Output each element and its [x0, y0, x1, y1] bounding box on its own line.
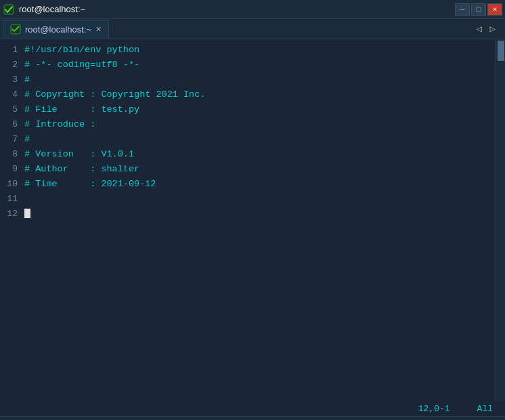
code-line: 6# Introduce :	[0, 118, 496, 133]
line-number: 8	[0, 148, 24, 161]
terminal-wrapper: 1#!/usr/bin/env python2# -*- coding=utf8…	[0, 39, 505, 401]
line-number: 10	[0, 177, 24, 191]
tab-label: root@localhost:~	[25, 24, 91, 35]
code-line: 10# Time : 2021-09-12	[0, 177, 496, 192]
title-bar: root@localhost:~ ─ □ ✕	[0, 0, 505, 19]
terminal-icon	[3, 3, 15, 16]
line-number: 4	[0, 88, 24, 102]
window-controls: ─ □ ✕	[455, 3, 502, 16]
code-line: 8# Version : V1.0.1	[0, 148, 496, 163]
code-line: 1#!/usr/bin/env python	[0, 43, 496, 58]
status-bar: 就绪 ssh2: AES-256-CTR 12，5 28 行，63 列 Xter…	[0, 416, 505, 420]
line-content: #	[24, 73, 30, 87]
tab-navigation: ◁ ▷	[473, 22, 502, 36]
code-area: 1#!/usr/bin/env python2# -*- coding=utf8…	[0, 42, 496, 224]
line-number: 2	[0, 58, 24, 72]
window-title: root@localhost:~	[19, 4, 85, 14]
code-line: 9# Author : shalter	[0, 163, 496, 177]
title-bar-left: root@localhost:~	[3, 3, 85, 16]
cursor-position: 12,0-1	[418, 404, 450, 414]
code-line: 7#	[0, 133, 496, 148]
tab-bar: root@localhost:~ ✕ ◁ ▷	[0, 19, 505, 39]
line-number: 5	[0, 103, 24, 117]
line-number: 7	[0, 133, 24, 146]
line-content: # Time : 2021-09-12	[24, 177, 156, 192]
line-number: 9	[0, 163, 24, 176]
cursor-block	[24, 209, 30, 218]
line-number: 6	[0, 118, 24, 131]
line-content: # -*- coding=utf8 -*-	[24, 58, 139, 72]
code-line: 12	[0, 207, 496, 222]
line-number: 12	[0, 207, 24, 221]
tab-terminal-icon	[10, 24, 21, 35]
line-number: 1	[0, 43, 24, 57]
code-line: 5# File : test.py	[0, 103, 496, 118]
position-indicator: 12,0-1 All	[0, 401, 505, 416]
tab-close-button[interactable]: ✕	[95, 25, 102, 34]
code-line: 4# Copyright : Copyright 2021 Inc.	[0, 88, 496, 103]
scrollbar-thumb[interactable]	[498, 41, 504, 61]
line-content: # Copyright : Copyright 2021 Inc.	[24, 88, 205, 102]
line-content: #!/usr/bin/env python	[24, 43, 139, 58]
terminal-tab[interactable]: root@localhost:~ ✕	[3, 20, 109, 38]
scrollbar[interactable]	[496, 39, 505, 401]
tab-nav-prev[interactable]: ◁	[473, 22, 484, 36]
code-line: 11	[0, 192, 496, 207]
tab-bar-left: root@localhost:~ ✕	[3, 20, 109, 38]
code-line: 3#	[0, 73, 496, 88]
tab-nav-next[interactable]: ▷	[487, 22, 498, 36]
line-content: # Version : V1.0.1	[24, 148, 134, 162]
close-button[interactable]: ✕	[487, 3, 502, 16]
line-content	[24, 207, 30, 222]
line-content: # File : test.py	[24, 103, 139, 117]
line-content: #	[24, 133, 30, 147]
code-line: 2# -*- coding=utf8 -*-	[0, 58, 496, 73]
position-all: All	[477, 404, 493, 414]
maximize-button[interactable]: □	[471, 3, 486, 16]
terminal-content[interactable]: 1#!/usr/bin/env python2# -*- coding=utf8…	[0, 39, 496, 401]
line-content: # Introduce :	[24, 118, 95, 132]
line-content: # Author : shalter	[24, 163, 139, 177]
minimize-button[interactable]: ─	[455, 3, 470, 16]
line-number: 11	[0, 192, 24, 206]
line-number: 3	[0, 73, 24, 87]
